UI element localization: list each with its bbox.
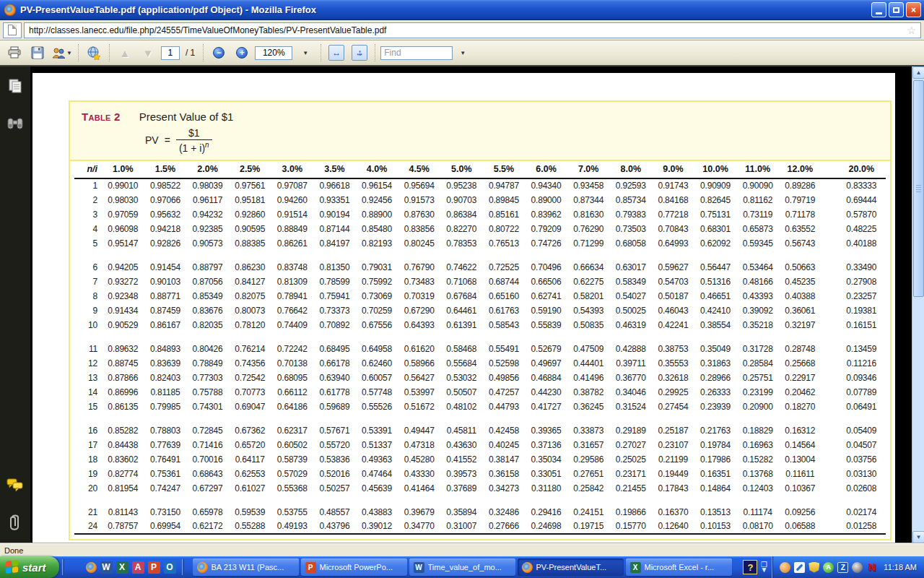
value-cell: 0.26333 bbox=[694, 385, 737, 400]
column-header: 12.0% bbox=[779, 161, 821, 178]
table-row: 120.887450.836390.788490.743560.701380.6… bbox=[74, 356, 886, 371]
value-cell: 0.81954 bbox=[102, 481, 144, 496]
value-cell: 0.97059 bbox=[102, 207, 144, 222]
task-button[interactable]: Microsoft PowerPo... bbox=[301, 558, 407, 576]
scroll-up-button[interactable]: ▲ bbox=[912, 66, 924, 79]
value-cell: 0.41727 bbox=[525, 400, 567, 414]
value-cell: 0.39365 bbox=[525, 423, 567, 438]
find-dropdown-button[interactable]: ▼ bbox=[453, 43, 473, 63]
value-cell: 0.71178 bbox=[779, 207, 821, 222]
tray-n-icon[interactable] bbox=[866, 562, 877, 573]
value-cell: 0.06491 bbox=[821, 400, 886, 414]
minimize-button[interactable] bbox=[871, 2, 886, 17]
start-button[interactable]: start bbox=[0, 556, 59, 578]
period-cell: 1 bbox=[74, 178, 102, 193]
value-cell: 0.96117 bbox=[186, 193, 229, 207]
tray-z-icon[interactable] bbox=[837, 562, 848, 573]
task-button-label: PV-PresentValueT... bbox=[536, 563, 607, 571]
value-cell: 0.21455 bbox=[610, 481, 653, 496]
value-cell: 0.57870 bbox=[821, 207, 886, 222]
value-cell: 0.50025 bbox=[610, 303, 653, 318]
find-input[interactable] bbox=[380, 46, 453, 60]
value-cell: 0.34770 bbox=[398, 519, 440, 534]
fit-page-button[interactable]: ↕↔ bbox=[349, 43, 370, 63]
value-cell: 0.75941 bbox=[313, 289, 356, 303]
help-button[interactable]: ? bbox=[743, 560, 757, 574]
search-panel-button[interactable] bbox=[6, 114, 25, 133]
table-row: 210.811430.731500.659780.595390.537550.4… bbox=[74, 505, 886, 519]
maximize-button[interactable] bbox=[889, 2, 904, 17]
value-cell: 0.10367 bbox=[779, 481, 821, 496]
tray-orange-icon[interactable] bbox=[780, 562, 790, 573]
word-icon[interactable] bbox=[100, 561, 113, 574]
tray-green-a-icon[interactable] bbox=[823, 562, 834, 573]
page-number-input[interactable] bbox=[161, 46, 180, 60]
attachments-panel-button[interactable] bbox=[6, 513, 25, 532]
zoom-in-button[interactable]: + bbox=[232, 43, 252, 63]
url-field[interactable]: http://classes.lanecc.edu/file.php/24555… bbox=[24, 22, 921, 38]
firefox-icon[interactable] bbox=[86, 562, 97, 573]
scroll-down-button[interactable]: ▼ bbox=[912, 531, 924, 543]
column-header-row: n/i1.0%1.5%2.0%2.5%3.0%3.5%4.0%4.5%5.0%5… bbox=[74, 161, 886, 178]
value-cell: 0.74409 bbox=[271, 318, 314, 332]
fit-width-button[interactable]: ↔ bbox=[326, 43, 346, 63]
value-cell: 0.62741 bbox=[525, 289, 567, 303]
next-page-button[interactable]: ▼ bbox=[138, 43, 158, 63]
tray-swirl-icon[interactable] bbox=[852, 562, 863, 573]
close-button[interactable]: × bbox=[906, 2, 921, 17]
pages-icon bbox=[7, 78, 23, 94]
save-button[interactable] bbox=[27, 43, 48, 63]
powerpoint-icon[interactable] bbox=[148, 561, 160, 574]
outlook-icon[interactable] bbox=[164, 561, 176, 574]
value-cell: 0.72542 bbox=[229, 371, 271, 385]
value-cell: 0.47318 bbox=[398, 438, 440, 452]
collaborate-button[interactable]: ▼ bbox=[51, 43, 73, 63]
zoom-level-box[interactable]: 120% bbox=[255, 46, 292, 60]
zoom-out-button[interactable]: − bbox=[209, 43, 229, 63]
pages-panel-button[interactable] bbox=[6, 77, 25, 95]
table-row: 240.787570.699540.621720.552880.491930.4… bbox=[74, 519, 886, 534]
scrollbar-thumb[interactable] bbox=[913, 80, 924, 297]
period-cell: 11 bbox=[74, 342, 102, 356]
task-button-label: BA 213 W11 (Pasc... bbox=[212, 563, 284, 571]
task-button[interactable]: Time_value_of_mo... bbox=[409, 558, 515, 576]
value-cell: 0.13459 bbox=[821, 342, 886, 356]
value-cell: 0.36770 bbox=[610, 371, 653, 385]
task-button[interactable]: Microsoft Excel - r... bbox=[626, 558, 732, 576]
bookmark-star-icon[interactable]: ☆ bbox=[907, 25, 916, 36]
page-total-label: / 1 bbox=[186, 48, 195, 58]
excel-icon[interactable] bbox=[116, 561, 128, 574]
value-cell: 0.96154 bbox=[356, 178, 398, 193]
previous-page-button[interactable]: ▲ bbox=[115, 43, 135, 63]
value-cell: 0.63017 bbox=[610, 260, 653, 275]
value-cell: 0.85161 bbox=[483, 207, 526, 222]
url-text[interactable]: http://classes.lanecc.edu/file.php/24555… bbox=[29, 25, 907, 35]
value-cell: 0.89632 bbox=[102, 342, 144, 356]
internet-explorer-icon[interactable] bbox=[70, 561, 82, 574]
value-cell: 0.76513 bbox=[483, 236, 526, 251]
value-cell: 0.53032 bbox=[440, 371, 483, 385]
value-cell: 0.82035 bbox=[186, 318, 229, 332]
comments-panel-button[interactable] bbox=[6, 475, 25, 494]
value-cell: 0.36061 bbox=[779, 303, 821, 318]
tray-wrench-icon[interactable] bbox=[794, 562, 805, 573]
tray-shield-icon[interactable] bbox=[808, 562, 819, 573]
taskbar-clock: 11:18 AM bbox=[884, 563, 917, 571]
share-button[interactable] bbox=[84, 43, 104, 63]
zoom-dropdown-button[interactable]: ▼ bbox=[295, 43, 315, 63]
value-cell: 0.64186 bbox=[271, 400, 314, 414]
task-button[interactable]: BA 213 W11 (Pasc... bbox=[193, 558, 299, 576]
task-button[interactable]: PV-PresentValueT... bbox=[518, 558, 624, 576]
value-cell: 0.58739 bbox=[271, 452, 314, 467]
table-row: 110.896320.848930.804260.762140.722420.6… bbox=[74, 342, 886, 356]
value-cell: 0.35218 bbox=[736, 318, 779, 332]
toolbar-chevron[interactable]: ❐▼ bbox=[760, 562, 767, 572]
print-button[interactable] bbox=[4, 43, 25, 63]
collaborate-dropdown-icon: ▼ bbox=[66, 50, 72, 56]
value-cell: 0.84168 bbox=[652, 193, 694, 207]
value-cell: 0.59190 bbox=[525, 303, 567, 318]
access-icon[interactable] bbox=[132, 561, 144, 574]
taskbar: start BA 213 W11 (Pasc...Microsoft Power… bbox=[0, 556, 924, 578]
value-cell: 0.55491 bbox=[483, 342, 526, 356]
vertical-scrollbar[interactable]: ▲ ▼ bbox=[912, 66, 924, 543]
